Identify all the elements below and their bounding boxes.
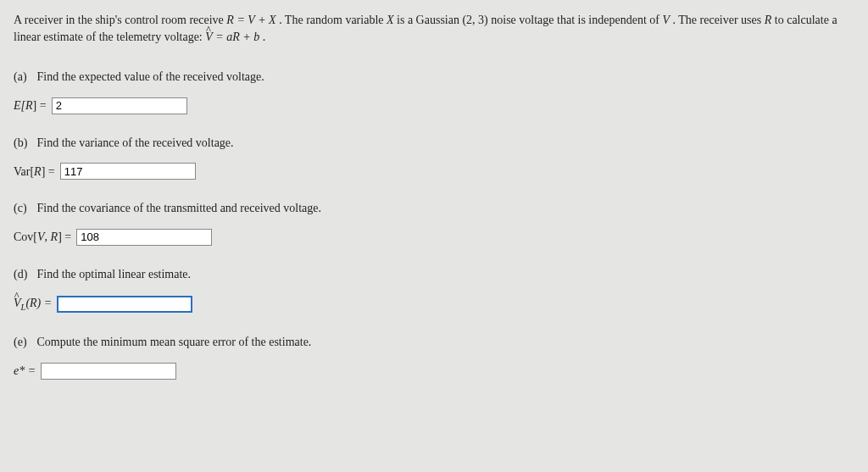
part-label: (d) xyxy=(14,266,34,283)
answer-input-c[interactable] xyxy=(76,229,212,246)
answer-input-a[interactable] xyxy=(52,97,187,114)
var-x: X xyxy=(387,14,394,26)
prompt-text: Compute the minimum mean square error of… xyxy=(37,336,312,348)
lhs-var: R xyxy=(25,99,33,112)
prompt-e: (e) Compute the minimum mean square erro… xyxy=(14,334,854,351)
part-d: (d) Find the optimal linear estimate. VL… xyxy=(14,266,854,314)
v-hat: V xyxy=(205,29,213,46)
intro-text: is a Gaussian xyxy=(397,14,462,26)
part-b: (b) Find the variance of the received vo… xyxy=(14,135,854,180)
eq-r-v-x: R = V + X xyxy=(226,14,275,26)
lhs-post: ] = xyxy=(33,99,47,112)
part-label: (c) xyxy=(14,200,34,217)
part-label: (b) xyxy=(14,135,34,152)
lhs-comma: , xyxy=(45,230,51,243)
part-label: (a) xyxy=(14,69,34,86)
gaussian-params: (2, 3) xyxy=(462,14,487,26)
answer-input-e[interactable] xyxy=(41,363,176,380)
prompt-c: (c) Find the covariance of the transmitt… xyxy=(14,200,854,217)
problem-intro: A receiver in the ship's control room re… xyxy=(14,12,854,45)
answer-input-d[interactable] xyxy=(57,296,192,313)
answer-row-b: Var[R] = xyxy=(14,163,854,180)
answer-row-e: e* = xyxy=(14,363,854,380)
part-c: (c) Find the covariance of the transmitt… xyxy=(14,200,854,246)
lhs-post: ] = xyxy=(58,230,71,243)
lhs-c: Cov[V, R] = xyxy=(14,229,71,246)
intro-text: . xyxy=(263,31,266,43)
eq-ar-b: = aR + b xyxy=(215,31,259,43)
lhs-a: E[R] = xyxy=(14,97,47,114)
prompt-text: Find the expected value of the received … xyxy=(37,70,264,83)
answer-row-c: Cov[V, R] = xyxy=(14,229,854,246)
intro-text: noise voltage that is independent of xyxy=(491,14,662,26)
var-v: V xyxy=(662,14,670,26)
lhs-pre: Cov[ xyxy=(14,230,37,243)
intro-text: . The random variable xyxy=(279,14,387,26)
var-r: R xyxy=(765,14,772,26)
prompt-text: Find the covariance of the transmitted a… xyxy=(37,202,321,214)
part-a: (a) Find the expected value of the recei… xyxy=(14,69,854,114)
part-e: (e) Compute the minimum mean square erro… xyxy=(14,334,854,380)
answer-input-b[interactable] xyxy=(60,163,196,180)
lhs-post: ] = xyxy=(42,165,55,178)
prompt-text: Find the optimal linear estimate. xyxy=(37,268,192,280)
intro-text: A receiver in the ship's control room re… xyxy=(14,14,226,26)
lhs-var: R xyxy=(34,165,42,178)
answer-row-a: E[R] = xyxy=(14,97,854,114)
answer-row-d: VL(R) = xyxy=(14,295,854,314)
lhs-pre: Var[ xyxy=(14,165,34,178)
lhs-d: VL(R) = xyxy=(14,295,52,314)
v-hat: V xyxy=(14,295,21,312)
prompt-a: (a) Find the expected value of the recei… xyxy=(14,69,854,86)
lhs-b: Var[R] = xyxy=(14,164,55,180)
lhs-v1: V xyxy=(37,230,45,243)
part-label: (e) xyxy=(14,334,34,351)
prompt-b: (b) Find the variance of the received vo… xyxy=(14,135,854,152)
lhs-paren: (R) = xyxy=(25,297,52,309)
lhs-v2: R xyxy=(51,230,58,243)
prompt-d: (d) Find the optimal linear estimate. xyxy=(14,266,854,283)
intro-text: . The receiver uses xyxy=(673,14,765,26)
lhs-pre: E[ xyxy=(14,99,25,112)
lhs-e: e* = xyxy=(14,363,36,380)
prompt-text: Find the variance of the received voltag… xyxy=(37,136,234,149)
